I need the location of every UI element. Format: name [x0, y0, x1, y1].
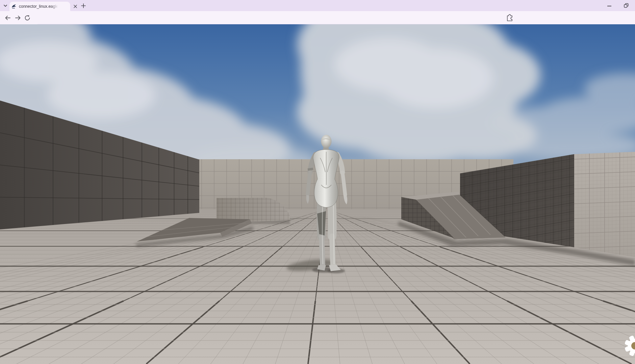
- arrow-right-icon: [14, 14, 22, 22]
- plus-icon: [81, 3, 86, 8]
- arrow-left-icon: [4, 14, 11, 22]
- reload-button[interactable]: [22, 13, 32, 23]
- favicon-eagle3d-icon: [11, 4, 17, 9]
- gear-icon: [623, 334, 635, 358]
- settings-gear-button[interactable]: [623, 334, 635, 358]
- tab-title: connector_linux.eagle3dstreami: [19, 4, 59, 9]
- restore-button[interactable]: [623, 2, 630, 9]
- close-tab-button[interactable]: [73, 4, 78, 9]
- chevron-down-icon: [2, 2, 9, 9]
- browser-window: connector_linux.eagle3dstreami: [0, 0, 635, 364]
- active-tab[interactable]: connector_linux.eagle3dstreami: [9, 2, 70, 11]
- minimize-button[interactable]: [606, 2, 613, 9]
- scene-3d: [0, 24, 635, 364]
- puzzle-piece-icon: [506, 14, 514, 22]
- tab-search-button[interactable]: [2, 2, 9, 9]
- minimize-icon: [607, 3, 612, 8]
- stream-canvas[interactable]: [0, 24, 635, 364]
- reload-icon: [24, 14, 31, 22]
- back-button[interactable]: [3, 13, 13, 23]
- new-tab-button[interactable]: [80, 2, 87, 9]
- browser-toolbar: connector_linux.eagle3dstreaming.com/v5/…: [0, 11, 635, 24]
- tab-strip: connector_linux.eagle3dstreami: [0, 0, 635, 11]
- close-icon: [73, 4, 77, 8]
- forward-button[interactable]: [13, 13, 23, 23]
- restore-icon: [623, 3, 629, 9]
- extensions-button[interactable]: [505, 13, 515, 23]
